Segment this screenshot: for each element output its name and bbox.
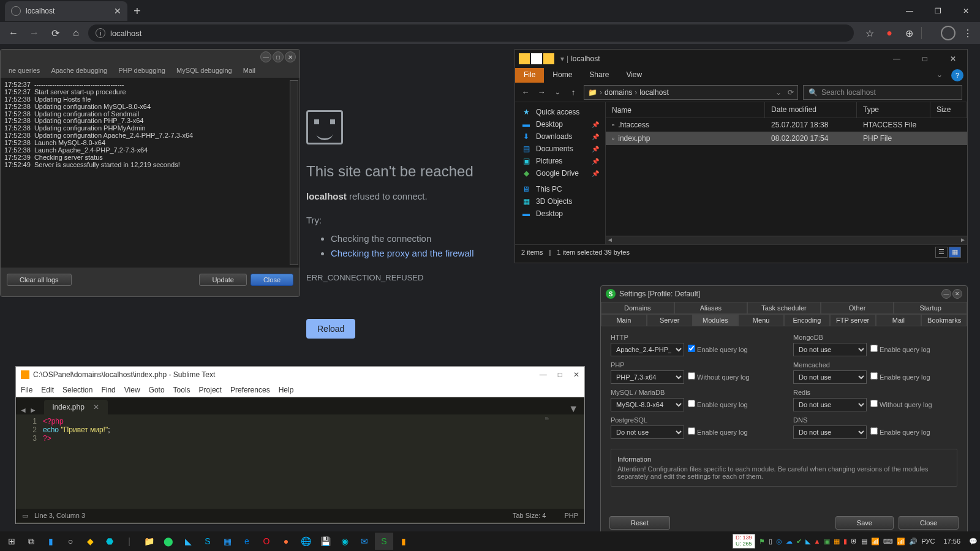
settings-tab[interactable]: Startup (894, 302, 967, 314)
tab-php[interactable]: PHP debugging (113, 64, 171, 78)
module-select[interactable]: Do not use (611, 425, 684, 439)
reload-button[interactable]: ⟳ (47, 24, 64, 42)
settings-tab[interactable]: Domains (601, 302, 674, 314)
start-button[interactable]: ⊞ (2, 533, 21, 550)
sidebar-item[interactable]: ▤Documents📌 (515, 143, 605, 155)
taskview-icon[interactable]: ⧉ (22, 533, 40, 550)
module-select[interactable]: Do not use (793, 370, 867, 384)
view-icons-icon[interactable]: ▦ (949, 247, 961, 258)
tray-icon[interactable]: ▲ (814, 538, 821, 545)
nav-up-icon[interactable]: ↑ (568, 88, 579, 97)
menu-item[interactable]: Tools (173, 386, 190, 394)
ex-close-button[interactable]: ✕ (939, 50, 967, 68)
query-log-checkbox[interactable]: Enable query log (870, 345, 930, 353)
sidebar-item[interactable]: ▦3D Objects (515, 195, 605, 208)
cortana-icon[interactable]: ○ (61, 533, 80, 550)
code-line[interactable]: 1<?php (16, 417, 584, 425)
settings-tab[interactable]: Mail (876, 314, 922, 326)
sub-max[interactable]: □ (558, 370, 562, 379)
tray-lang[interactable]: РУС (921, 538, 935, 545)
tab-mysql[interactable]: MySQL debugging (171, 64, 238, 78)
sublime-icon[interactable]: ▮ (394, 533, 413, 550)
query-log-checkbox[interactable]: Enable query log (688, 400, 748, 408)
settings-tab[interactable]: Main (601, 314, 647, 326)
tab-prev-icon[interactable]: ◄ (20, 406, 27, 414)
tray-icon[interactable]: ◎ (776, 538, 782, 545)
ribbon-file[interactable]: File (515, 68, 544, 83)
close-button[interactable]: Close (899, 516, 959, 530)
close-button[interactable]: ✕ (952, 0, 980, 22)
clear-logs-button[interactable]: Clear all logs (7, 274, 72, 286)
os-max-icon[interactable]: □ (273, 51, 284, 62)
avatar-icon[interactable] (941, 26, 956, 40)
status-lang[interactable]: PHP (564, 512, 578, 519)
settings-tab[interactable]: Encoding (784, 314, 830, 326)
module-select[interactable]: Do not use (793, 425, 867, 439)
tray-notifications-icon[interactable]: 💬 (969, 538, 978, 545)
tab-apache[interactable]: Apache debugging (45, 64, 113, 78)
sidebar-item[interactable]: ◆Google Drive📌 (515, 167, 605, 179)
module-select[interactable]: MySQL-8.0-x64 (611, 398, 684, 411)
menu-item[interactable]: Goto (149, 386, 165, 394)
tab-next-icon[interactable]: ► (29, 406, 37, 414)
tray-icon[interactable]: ⚑ (759, 538, 765, 545)
os-log-body[interactable]: 17:52:37 -------------------------------… (1, 78, 300, 268)
extension-icon[interactable]: ● (882, 26, 897, 40)
ribbon-expand-icon[interactable]: ⌄ (932, 68, 948, 83)
scrollbar[interactable] (290, 80, 298, 265)
tray-wifi-icon[interactable]: 📶 (897, 538, 905, 545)
sub-min[interactable]: — (540, 370, 547, 379)
app-icon[interactable]: ⬣ (100, 533, 119, 550)
home-button[interactable]: ⌂ (67, 24, 85, 42)
code-line[interactable]: 2echo "Привет мир!"; (16, 425, 584, 434)
tray-icon[interactable]: ▤ (861, 538, 867, 545)
maximize-button[interactable]: ❐ (924, 0, 952, 22)
tab-mail[interactable]: Mail (238, 64, 261, 78)
col-date[interactable]: Date modified (765, 102, 857, 118)
module-select[interactable]: Do not use (793, 398, 867, 411)
mail-icon[interactable]: ✉ (355, 533, 374, 550)
firefox-icon[interactable]: ● (277, 533, 295, 550)
os-min-icon[interactable]: — (260, 51, 271, 62)
reload-button[interactable]: Reload (306, 319, 355, 339)
close-button[interactable]: Close (251, 274, 293, 286)
tray-icon[interactable]: 📶 (871, 538, 880, 545)
ribbon-view[interactable]: View (617, 68, 650, 83)
explorer-icon[interactable]: 📁 (140, 533, 158, 550)
menu-item[interactable]: Project (199, 386, 222, 394)
tray-icon[interactable]: ⌨ (883, 538, 893, 545)
tray-clock[interactable]: 17:56 (938, 538, 965, 545)
path-refresh-icon[interactable]: ⟳ (788, 88, 794, 97)
settings-tab[interactable]: Aliases (674, 302, 748, 314)
status-tabsize[interactable]: Tab Size: 4 (513, 512, 546, 519)
settings-tab[interactable]: Bookmarks (921, 314, 967, 326)
sidebar-item[interactable]: ▣Pictures📌 (515, 155, 605, 167)
sidebar-item[interactable]: ⬇Downloads📌 (515, 130, 605, 143)
code-line[interactable]: 3?> (16, 434, 584, 443)
horizontal-scrollbar[interactable]: ◄► (606, 236, 967, 244)
perf-monitor[interactable]: D: 139 U: 265 (733, 534, 755, 549)
address-bar[interactable]: 📁 › domains › localhost ⌄ ⟳ (584, 85, 798, 100)
minimap[interactable]: ███████ (545, 417, 582, 435)
settings-tab[interactable]: FTP server (830, 314, 876, 326)
sublime-editor[interactable]: 1<?php2echo "Привет мир!";3?>███████ (16, 414, 584, 509)
suggestion-proxy-link[interactable]: Checking the proxy and the firewall (331, 248, 473, 258)
sidebar-item[interactable]: ★Quick access (515, 106, 605, 118)
col-type[interactable]: Type (857, 102, 930, 118)
url-bar[interactable]: i localhost (88, 24, 854, 42)
ex-max-button[interactable]: □ (911, 50, 939, 68)
path-dropdown-icon[interactable]: ⌄ (775, 88, 782, 97)
tray-icon[interactable]: ▯ (769, 538, 772, 545)
query-log-checkbox[interactable]: Without query log (688, 372, 750, 381)
menu-item[interactable]: Find (101, 386, 115, 394)
save-icon[interactable]: 💾 (316, 533, 334, 550)
new-tab-button[interactable]: + (134, 4, 141, 18)
app-icon[interactable]: ◆ (81, 533, 99, 550)
settings-tab[interactable]: Modules (693, 314, 739, 326)
chrome-icon[interactable]: 🌐 (296, 533, 315, 550)
crumb-domains[interactable]: domains (605, 88, 632, 97)
sidebar-item[interactable]: ▬Desktop (515, 208, 605, 220)
settings-tab[interactable]: Task scheduler (747, 302, 821, 314)
os-close-icon[interactable]: ✕ (285, 51, 296, 62)
app-icon[interactable]: ▦ (218, 533, 236, 550)
